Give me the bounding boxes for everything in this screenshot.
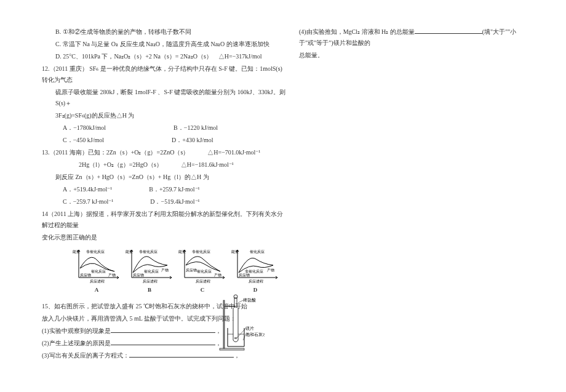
svg-text:催化反应: 催化反应 [144,269,159,273]
svg-text:产物: 产物 [108,273,116,277]
svg-text:反应物: 反应物 [133,273,144,277]
svg-text:反应物: 反应物 [239,273,250,277]
graph-c-label: C [178,285,226,295]
graph-d-label: D [231,285,279,295]
q14-stem-2: 变化示意图正确的是 [42,232,288,243]
svg-text:催化反应: 催化反应 [250,249,265,254]
q13-eq2: 2Hg（l）+O₂（g）=2HgO（s） △H=−181.6kJ·mol⁻¹ [79,159,288,170]
svg-text:非催化反应: 非催化反应 [192,249,210,254]
q11-opt-d: D. 25°C、101kPa 下，Na₂O₂（s）+2 Na（s）= 2Na₂O… [55,51,288,62]
graph-b-label: B [126,285,173,295]
svg-text:催化反应: 催化反应 [197,269,212,273]
svg-text:反应进程: 反应进程 [249,279,263,283]
svg-text:稀盐酸: 稀盐酸 [243,298,256,303]
svg-text:产物: 产物 [161,268,169,272]
svg-rect-38 [234,337,237,339]
q15-sub-4-line1: (4)由实验推知，MgCl₂ 溶液和 H₂ 的总能量(填"大于""小于"或"等于… [299,26,520,49]
graph-a: 能量 非催化反应 反应物 催化反应 产物 反应进程 A [73,247,121,295]
svg-text:能量: 能量 [73,250,80,254]
graph-d: 能量 催化反应 反应物 非催化反应 产物 反应进程 D [231,247,279,295]
q12-stem-3: 3F₂(g)=SF₆(g)的反应热△H 为 [55,110,288,121]
svg-text:反应进程: 反应进程 [90,279,105,283]
answer-graphs: 能量 非催化反应 反应物 催化反应 产物 反应进程 A 能量 非催化反应 [73,247,288,295]
svg-text:非催化反应: 非催化反应 [139,249,157,254]
q13-a: A．+519.4kJ·mol⁻¹ [63,184,112,195]
q13-d: D．−519.4kJ·mol⁻¹ [150,196,199,207]
svg-text:产物: 产物 [267,268,274,272]
svg-text:能量: 能量 [126,250,133,254]
experiment-diagram: 稀盐酸 镁片 饱和石灰水 [218,294,265,356]
svg-text:能量: 能量 [231,250,239,254]
q14-stem-1: 14（2011 上海）据报道，科学家开发出了利用太阳能分解水的新型催化剂。下列有… [42,209,288,231]
q12-a: A．−1780kJ/mol [63,122,106,134]
svg-text:反应物: 反应物 [80,273,91,277]
graph-b: 能量 非催化反应 反应物 催化反应 产物 反应进程 B [126,247,173,295]
q12-c: C．−450 kJ/mol [63,135,104,146]
q12-b: B．−1220 kJ/mol [173,122,218,134]
graph-c: 能量 非催化反应 反应物 催化反应 产物 反应进程 C [178,247,226,295]
svg-text:非催化反应: 非催化反应 [245,269,263,273]
svg-text:反应进程: 反应进程 [196,279,210,283]
svg-text:非催化反应: 非催化反应 [86,249,105,254]
graph-a-label: A [73,285,121,295]
q12-stem-1: 12.（2011 重庆） SF₆ 是一种优良的绝缘气体，分子结构中只存在 S-F… [42,63,288,86]
svg-text:反应物: 反应物 [186,268,197,272]
svg-text:反应进程: 反应进程 [143,279,157,283]
q12-stem-2: 硫原子吸收能量 280kJ，断裂 1molF-F 、S-F 键需吸收的能量分别为… [55,87,288,109]
svg-line-40 [238,300,243,303]
q13-b: B．+259.7 kJ·mol⁻¹ [149,184,199,195]
q11-opt-b: B. ①和②生成等物质的量的产物，转移电子数不同 [55,26,288,38]
svg-text:产物: 产物 [214,273,221,277]
q15-sub-4-line2: 总能量。 [299,50,520,61]
svg-rect-33 [223,300,225,348]
q13-ask: 则反应 Zn（s）+ HgO（s）=ZnO（s）+ Hg（l）的△H 为 [55,172,288,183]
q12-d: D．+430 kJ/mol [172,135,213,146]
svg-text:镁片: 镁片 [245,326,254,331]
q11-opt-c: C. 常温下 Na 与足量 O₂ 反应生成 Na₂O，随温度升高生成 Na₂O … [55,39,288,50]
svg-text:饱和石灰水: 饱和石灰水 [245,332,265,337]
svg-text:催化反应: 催化反应 [91,269,106,273]
q13-c: C．−259.7 kJ·mol⁻¹ [63,196,113,207]
q13-stem: 13.（2011 海南）已知：2Zn（s）+O₂（g）=2ZnO（s） △H=−… [42,147,288,158]
svg-text:能量: 能量 [178,250,186,254]
svg-rect-32 [220,348,244,350]
